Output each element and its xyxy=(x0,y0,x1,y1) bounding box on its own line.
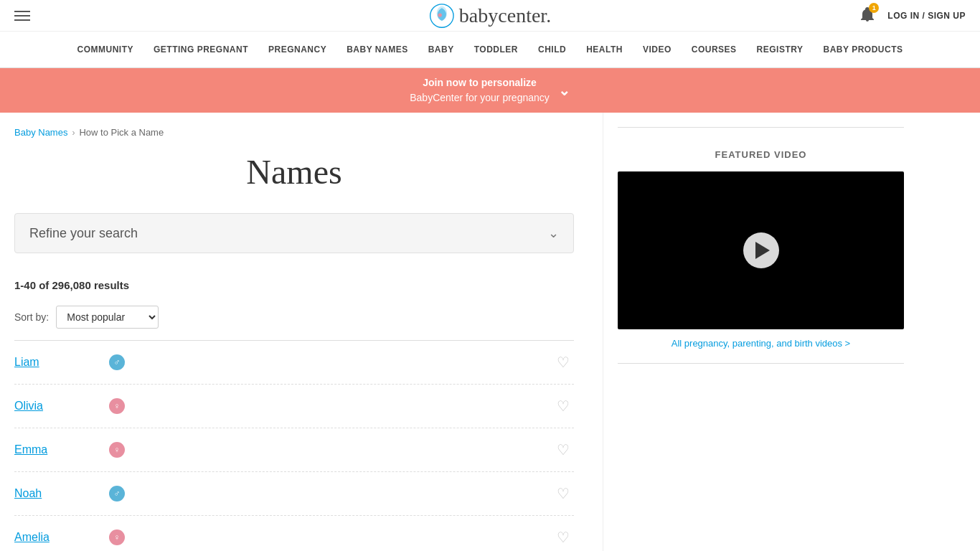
table-row: Amelia ♀ ♡ xyxy=(14,516,574,551)
favorite-liam-button[interactable]: ♡ xyxy=(552,352,574,372)
name-list: Liam ♂ ♡ Olivia ♀ ♡ Emma ♀ ♡ Noah xyxy=(14,340,574,551)
nav-item-baby[interactable]: BABY xyxy=(418,32,464,67)
nav-item-courses[interactable]: COURSES xyxy=(682,32,747,67)
svg-point-2 xyxy=(438,13,441,17)
featured-video-label: FEATURED VIDEO xyxy=(618,142,904,171)
name-olivia[interactable]: Olivia xyxy=(14,400,100,413)
sort-row: Sort by: Most popular Alphabetical Newes… xyxy=(14,298,574,340)
notif-count: 1 xyxy=(869,3,879,13)
hamburger-menu[interactable] xyxy=(14,11,30,21)
breadcrumb: Baby Names › How to Pick a Name xyxy=(14,113,574,145)
sidebar-top-divider xyxy=(618,127,904,128)
breadcrumb-baby-names[interactable]: Baby Names xyxy=(14,127,67,138)
refine-header[interactable]: Refine your search ⌄ xyxy=(15,214,573,253)
notification-bell[interactable]: 1 xyxy=(859,6,876,25)
table-row: Olivia ♀ ♡ xyxy=(14,385,574,428)
nav-item-video[interactable]: VIDEO xyxy=(633,32,682,67)
nav-item-toddler[interactable]: TODDLER xyxy=(464,32,528,67)
logo-text: babycenter. xyxy=(459,4,551,27)
results-count: 1-40 of 296,080 results xyxy=(14,268,574,298)
name-liam[interactable]: Liam xyxy=(14,356,100,369)
page-title: Names xyxy=(14,145,574,213)
refine-search-box[interactable]: Refine your search ⌄ xyxy=(14,213,574,253)
breadcrumb-current: How to Pick a Name xyxy=(79,127,164,138)
header-right-area: 1 LOG IN / SIGN UP xyxy=(859,6,966,25)
favorite-noah-button[interactable]: ♡ xyxy=(552,484,574,504)
name-emma[interactable]: Emma xyxy=(14,443,100,456)
name-noah[interactable]: Noah xyxy=(14,487,100,500)
gender-male-icon: ♂ xyxy=(109,486,125,501)
site-header: babycenter. 1 LOG IN / SIGN UP xyxy=(0,0,980,32)
nav-item-getting-pregnant[interactable]: GETTING PREGNANT xyxy=(143,32,258,67)
nav-item-community[interactable]: COMMUNITY xyxy=(67,32,144,67)
main-content: Baby Names › How to Pick a Name Names Re… xyxy=(14,113,603,551)
video-thumbnail[interactable] xyxy=(618,171,904,329)
promo-text: Join now to personalize BabyCenter for y… xyxy=(410,75,550,105)
nav-item-child[interactable]: CHILD xyxy=(528,32,576,67)
name-amelia[interactable]: Amelia xyxy=(14,531,100,544)
logo-icon xyxy=(429,3,455,29)
favorite-olivia-button[interactable]: ♡ xyxy=(552,396,574,416)
nav-item-registry[interactable]: REGISTRY xyxy=(747,32,814,67)
sort-select[interactable]: Most popular Alphabetical Newest xyxy=(56,306,159,329)
page-container: Baby Names › How to Pick a Name Names Re… xyxy=(0,113,980,551)
play-triangle-icon xyxy=(755,242,770,259)
favorite-emma-button[interactable]: ♡ xyxy=(552,440,574,460)
play-button[interactable] xyxy=(743,232,779,268)
gender-female-icon: ♀ xyxy=(109,398,125,414)
gender-female-icon: ♀ xyxy=(109,442,125,458)
table-row: Liam ♂ ♡ xyxy=(14,341,574,385)
login-button[interactable]: LOG IN / SIGN UP xyxy=(887,11,966,21)
breadcrumb-separator: › xyxy=(72,128,75,138)
nav-item-baby-names[interactable]: BABY NAMES xyxy=(336,32,418,67)
gender-female-icon: ♀ xyxy=(109,529,125,545)
site-logo[interactable]: babycenter. xyxy=(429,3,551,29)
refine-chevron-icon: ⌄ xyxy=(548,225,559,241)
nav-item-health[interactable]: HEALTH xyxy=(576,32,633,67)
sidebar: FEATURED VIDEO All pregnancy, parenting,… xyxy=(603,113,904,551)
nav-item-baby-products[interactable]: BABY PRODUCTS xyxy=(814,32,913,67)
refine-label: Refine your search xyxy=(29,226,138,241)
gender-male-icon: ♂ xyxy=(109,354,125,370)
table-row: Noah ♂ ♡ xyxy=(14,472,574,516)
main-navigation: COMMUNITY GETTING PREGNANT PREGNANCY BAB… xyxy=(0,32,980,68)
promo-chevron-button[interactable]: ⌄ xyxy=(558,82,570,99)
favorite-amelia-button[interactable]: ♡ xyxy=(552,527,574,547)
table-row: Emma ♀ ♡ xyxy=(14,428,574,472)
sort-label: Sort by: xyxy=(14,311,49,323)
sidebar-bottom-divider xyxy=(618,363,904,364)
nav-item-pregnancy[interactable]: PREGNANCY xyxy=(258,32,336,67)
all-videos-link[interactable]: All pregnancy, parenting, and birth vide… xyxy=(618,329,904,357)
results-count-text: 1-40 of 296,080 results xyxy=(14,279,129,291)
promo-banner[interactable]: Join now to personalize BabyCenter for y… xyxy=(0,68,980,113)
